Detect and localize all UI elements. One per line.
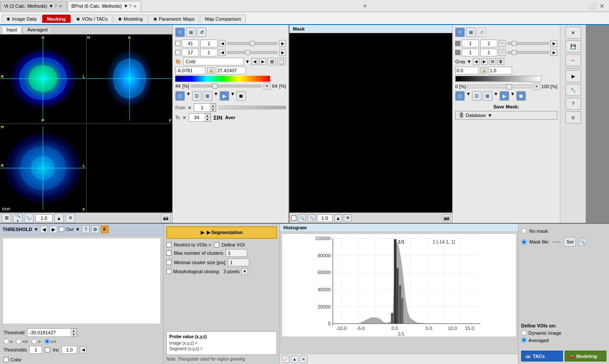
morpho-dropdown[interactable]: ▼ <box>241 268 248 275</box>
modeling-button[interactable]: 🚗 Modeling <box>565 351 606 361</box>
screenshot-btn[interactable]: 📷 <box>161 213 171 223</box>
tab-vt-close[interactable]: ✕ <box>58 4 63 9</box>
crosshair-tool[interactable]: ⊞ <box>203 91 212 101</box>
tab-image-data[interactable]: ◉ Image Data <box>2 15 41 23</box>
op-gte[interactable]: >= <box>44 339 56 344</box>
inc-input[interactable]: 1.0 <box>62 346 77 354</box>
mask-slice2-check[interactable] <box>455 50 460 55</box>
tab-bpnd[interactable]: BPnd (6 Calc. Methods) ▼ ? ✕ <box>68 1 141 11</box>
sidebar-close[interactable]: ✕ <box>566 27 581 39</box>
thresh-ovr-check[interactable] <box>59 227 64 232</box>
mask-range-slider[interactable] <box>467 85 532 88</box>
mask-file-radio[interactable] <box>521 239 527 245</box>
mask-lock-min[interactable]: 🔒 <box>480 67 487 74</box>
slice1-right[interactable]: ▶ <box>279 40 286 47</box>
stop-tool[interactable]: ⏹ <box>236 91 246 101</box>
colormap-next[interactable]: ▶ <box>259 58 266 65</box>
tab-masking[interactable]: Masking <box>42 15 71 23</box>
tacs-button[interactable]: 🚌 TACs <box>521 351 563 361</box>
slice2-input[interactable]: 17 <box>182 49 199 56</box>
sub-tab-input[interactable]: Input <box>2 26 22 34</box>
mask-slice1-right[interactable]: ▶ <box>550 40 557 47</box>
lock-min[interactable]: 🔒 <box>207 67 214 74</box>
slice2-slider[interactable] <box>227 51 278 54</box>
select-tool[interactable]: ⊡ <box>175 91 185 101</box>
mask-slice2-a[interactable]: 1 <box>462 49 479 56</box>
zoom-in-btn[interactable]: 🔍+ <box>13 213 22 223</box>
mask-cursor-tool[interactable]: ↖ <box>455 28 465 37</box>
dynamic-image-radio[interactable] <box>521 330 527 336</box>
sidebar-arrow[interactable]: ↔ <box>566 54 581 66</box>
min-cluster-input[interactable]: 1 <box>228 259 249 266</box>
grid-tool[interactable]: ⊞ <box>186 28 196 37</box>
mask-slice1-check[interactable] <box>455 41 460 46</box>
thresh-settings[interactable]: ⚙ <box>91 225 99 233</box>
tab-bpnd-close[interactable]: ✕ <box>132 4 137 9</box>
slice2-left[interactable]: ◀ <box>219 49 226 56</box>
mask-select-tool[interactable]: ⊡ <box>455 91 465 101</box>
mask-draw-tool[interactable]: D <box>472 91 482 101</box>
hist-tool2[interactable]: ▲ <box>291 355 298 363</box>
mask-slice1-heart[interactable]: ♡ <box>499 40 506 47</box>
from-down[interactable]: ▼ <box>210 108 216 111</box>
database-button[interactable]: 🗄 Database ▼ <box>455 111 557 120</box>
mask-image-area[interactable] <box>289 33 452 213</box>
mask-zoom-btn[interactable]: 🔍 <box>578 238 586 246</box>
op-gt[interactable]: > <box>31 339 40 344</box>
inc-slider-btn[interactable]: ◀ <box>80 346 87 353</box>
window-expand[interactable]: ⬜ <box>588 3 597 9</box>
play-tool[interactable]: ▶ <box>220 91 229 101</box>
mask-zoom-up[interactable]: ▲ <box>334 214 342 222</box>
hist-tool3[interactable]: ✕ <box>300 355 308 363</box>
mask-colormap-del[interactable]: 🗑 <box>497 58 504 65</box>
min-val-input[interactable]: -6.0781 <box>175 67 205 74</box>
mask-max-input[interactable]: 1.0 <box>488 67 512 74</box>
mask-zoom-out[interactable]: 🔍 <box>308 214 315 222</box>
hist-tool1[interactable]: 📈 <box>282 355 289 363</box>
colormap-edit[interactable]: ⊞ <box>267 58 276 65</box>
window-close[interactable]: ✕ <box>599 3 606 9</box>
slice2-check[interactable] <box>175 50 180 55</box>
min-cluster-check[interactable] <box>166 260 171 265</box>
inc-check[interactable] <box>45 347 50 352</box>
max-clusters-check[interactable] <box>166 250 171 256</box>
op-lt[interactable]: < <box>3 339 12 344</box>
sidebar-settings[interactable]: 🔧 <box>566 84 581 96</box>
slice2-extra-input[interactable]: 1 <box>200 49 218 56</box>
mask-zoom-input[interactable] <box>317 214 332 222</box>
range-reset[interactable]: ✕ <box>264 83 270 89</box>
add-tab-button[interactable]: + <box>360 1 370 11</box>
mask-grid-tool[interactable]: ⊞ <box>466 28 475 37</box>
thresh-up[interactable]: ▲ <box>71 329 77 333</box>
mask-crosshair-tool[interactable]: ⊞ <box>483 91 492 101</box>
brain-view-bottom-left[interactable]: H R L F EMP <box>0 124 86 213</box>
tab-modeling[interactable]: ◉ Modeling <box>113 15 148 23</box>
to-up[interactable]: ▲ <box>205 114 211 117</box>
tab-vois-tacs[interactable]: ◉ VOIs / TACs <box>71 15 112 23</box>
zoom-up[interactable]: ▲ <box>54 213 64 223</box>
view-icon-btn[interactable]: ⊞ <box>2 213 11 223</box>
mask-range-reset[interactable]: ✕ <box>533 83 540 90</box>
colormap-prev[interactable]: ◀ <box>251 58 258 65</box>
max-clusters-input[interactable]: 1 <box>226 249 247 257</box>
mask-slice2-right[interactable]: ▶ <box>550 49 557 56</box>
segmentation-button[interactable]: ▶ ▶ Segmentation <box>166 226 277 239</box>
op-lte[interactable]: <= <box>16 339 28 344</box>
zoom-out-btn[interactable]: 🔍- <box>24 213 34 223</box>
thresh-next[interactable]: ▶ <box>50 225 57 233</box>
tab-vt-help[interactable]: ? <box>53 4 58 9</box>
mask-check[interactable] <box>291 216 296 221</box>
mask-colormap-prev[interactable]: ◀ <box>473 58 480 65</box>
slice1-left[interactable]: ◀ <box>219 40 226 47</box>
slice1-check[interactable] <box>175 41 180 46</box>
mask-slice1-a[interactable]: 1 <box>462 40 479 47</box>
sub-tab-averaged[interactable]: Averaged <box>22 26 52 34</box>
to-input[interactable]: 34 <box>189 114 205 121</box>
restrict-vois-check[interactable] <box>166 242 171 247</box>
mask-min-input[interactable]: 0.0 <box>455 67 479 74</box>
slice1-extra-input[interactable]: 1 <box>200 40 218 47</box>
brain-view-top-right[interactable]: A H F <box>87 34 173 123</box>
to-down[interactable]: ▼ <box>205 117 211 121</box>
tab-parametric-maps[interactable]: ◉ Parametric Maps <box>149 15 199 23</box>
slice2-right[interactable]: ▶ <box>279 49 286 56</box>
